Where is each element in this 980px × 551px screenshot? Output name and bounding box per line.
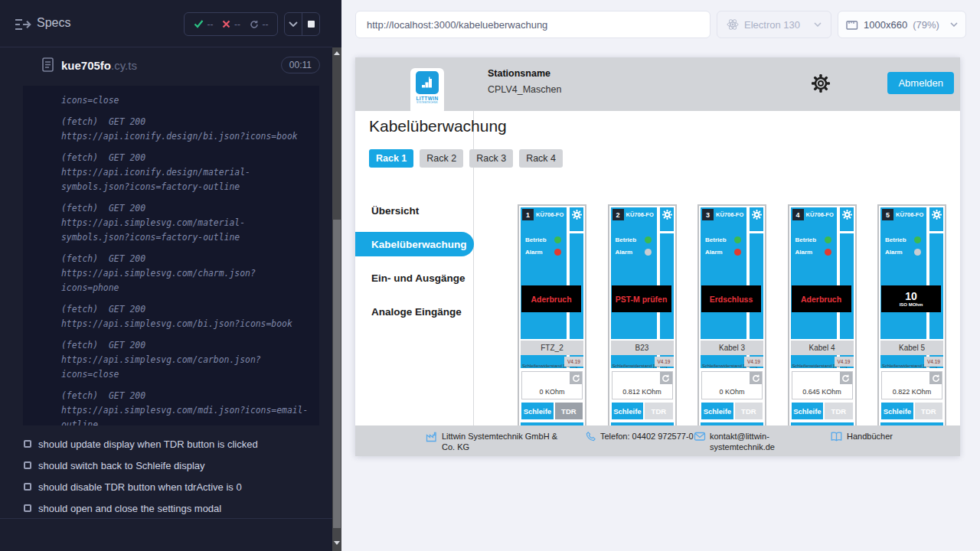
- stat-passed: --: [194, 19, 214, 30]
- tdr-button[interactable]: TDR: [825, 403, 852, 419]
- device-card-4: 4 KÜ706-FO Betrieb Alarm Aderbruch Ka: [788, 204, 857, 442]
- alarm-led: Alarm: [525, 248, 565, 256]
- factory-icon: [426, 431, 438, 442]
- refresh-button[interactable]: [570, 372, 582, 384]
- card-settings-gear-icon[interactable]: [662, 209, 672, 223]
- logout-button[interactable]: Abmelden: [887, 72, 954, 94]
- footer-email[interactable]: kontakt@littwin-systemtechnik.de: [694, 431, 790, 452]
- specs-panel-icon[interactable]: [14, 18, 32, 34]
- nav-item-ein-und-ausgaenge[interactable]: Ein- und Ausgänge: [355, 266, 474, 290]
- test-pending-icon: [24, 504, 31, 512]
- alarm-led: Alarm: [795, 248, 835, 256]
- scrollbar-thumb[interactable]: [333, 220, 341, 528]
- tab-rack-2[interactable]: Rack 2: [420, 149, 463, 168]
- phone-icon: [585, 431, 596, 442]
- pending-restart-icon: [250, 20, 259, 29]
- device-cards: 1 KÜ706-FO Betrieb Alarm Aderbruch FT: [518, 204, 946, 442]
- network-log[interactable]: icons=close (fetch)GET 200 https://api.i…: [23, 86, 319, 425]
- collapse-chevron-button[interactable]: [285, 13, 302, 35]
- card-number: 2: [612, 209, 624, 220]
- card-settings-gear-icon[interactable]: [932, 209, 942, 223]
- schleife-button[interactable]: Schleife: [612, 403, 644, 419]
- test-item[interactable]: should switch back to Schleife display: [0, 455, 332, 476]
- url-input[interactable]: [355, 11, 710, 38]
- test-item[interactable]: should disable TDR button when tdrActive…: [0, 476, 332, 497]
- scroll-down-icon[interactable]: [334, 541, 340, 545]
- card-body: 2 KÜ706-FO Betrieb Alarm: [611, 207, 657, 339]
- refresh-button[interactable]: [750, 372, 762, 384]
- card-side-top: [660, 207, 674, 231]
- refresh-button[interactable]: [840, 372, 852, 384]
- nav-item-uebersicht[interactable]: Übersicht: [355, 198, 474, 223]
- tdr-button[interactable]: TDR: [645, 403, 672, 419]
- littwin-logo-icon: [416, 71, 439, 94]
- refresh-button[interactable]: [929, 372, 942, 384]
- tab-rack-3[interactable]: Rack 3: [469, 149, 513, 168]
- spec-row[interactable]: kue705fo.cy.ts 00:11: [0, 48, 332, 83]
- chevron-down-icon: [814, 22, 822, 27]
- settings-gear-icon[interactable]: [812, 74, 830, 96]
- electron-icon: [727, 18, 739, 31]
- card-body: 1 KÜ706-FO Betrieb Alarm: [521, 207, 567, 339]
- stop-button[interactable]: [302, 13, 319, 35]
- log-entry: icons=close: [61, 93, 312, 108]
- alarm-led: Alarm: [705, 248, 745, 256]
- refresh-icon: [572, 374, 580, 383]
- scroll-up-icon[interactable]: [334, 51, 340, 55]
- station-info: Stationsname CPLV4_Maschen: [488, 68, 561, 95]
- meter-display: 0.645 KOhm: [792, 371, 853, 399]
- schleife-button[interactable]: Schleife: [701, 403, 733, 419]
- chevron-down-icon: [950, 22, 958, 27]
- tab-rack-1[interactable]: Rack 1: [369, 149, 413, 168]
- status-display: Aderbruch: [792, 285, 851, 312]
- card-model: KÜ706-FO: [536, 211, 564, 218]
- test-item[interactable]: should update display when TDR button is…: [0, 433, 332, 455]
- footer-manuals[interactable]: Handbücher: [830, 431, 922, 442]
- runner-controls: [284, 12, 320, 36]
- tdr-button[interactable]: TDR: [735, 403, 763, 419]
- log-entry: (fetch)GET 200 https://api.simplesvg.com…: [61, 252, 312, 295]
- nav-item-analoge-eingaenge[interactable]: Analoge Eingänge: [355, 299, 474, 324]
- tdr-button[interactable]: TDR: [555, 403, 583, 419]
- scrollbar-track[interactable]: [332, 47, 341, 551]
- alarm-led: Alarm: [616, 248, 655, 256]
- log-entry: (fetch)GET 200 https://api.simplesvg.com…: [61, 302, 312, 331]
- schleife-button[interactable]: Schleife: [521, 403, 554, 419]
- device-card-1: 1 KÜ706-FO Betrieb Alarm Aderbruch FT: [518, 204, 586, 442]
- meter-value: 0 KOhm: [702, 388, 762, 396]
- card-side-top: [570, 207, 583, 231]
- card-model: KÜ706-FO: [806, 211, 834, 218]
- cypress-sidebar: Specs -- -- --: [0, 0, 332, 551]
- log-entry: (fetch)GET 200 https://api.simplesvg.com…: [61, 338, 312, 382]
- meter-value: 0.812 KOhm: [612, 388, 672, 396]
- card-model: KÜ706-FO: [626, 211, 654, 218]
- browser-select[interactable]: Electron 130: [717, 11, 831, 38]
- schleife-button[interactable]: Schleife: [881, 403, 913, 419]
- refresh-button[interactable]: [660, 372, 672, 384]
- refresh-icon: [841, 374, 850, 383]
- card-settings-gear-icon[interactable]: [752, 209, 762, 223]
- littwin-logo: LITTWIN SYSTEMTECHNIK: [410, 68, 444, 115]
- reporter-scrollbar[interactable]: [332, 0, 341, 551]
- test-item[interactable]: should open and close the settings modal: [0, 497, 332, 519]
- spec-file-icon: [42, 57, 54, 75]
- test-pending-icon: [24, 461, 31, 469]
- status-display: Erdschluss: [701, 285, 761, 312]
- schleife-button[interactable]: Schleife: [792, 403, 824, 419]
- divider: [0, 518, 332, 519]
- card-settings-gear-icon[interactable]: [842, 209, 852, 223]
- betrieb-led: Betrieb: [795, 236, 835, 244]
- card-settings-gear-icon[interactable]: [572, 209, 582, 223]
- alarm-led-dot: [645, 249, 652, 256]
- tdr-button[interactable]: TDR: [915, 403, 942, 419]
- sidebar-header: Specs -- -- --: [0, 0, 332, 47]
- stop-icon: [308, 21, 315, 28]
- spec-extension: .cy.ts: [111, 59, 137, 72]
- tab-rack-4[interactable]: Rack 4: [519, 149, 563, 168]
- viewport-select[interactable]: 1000x660 (79%): [838, 11, 966, 38]
- cable-name: Kabel 5: [880, 341, 943, 355]
- betrieb-led-dot: [914, 236, 921, 243]
- card-body: 5 KÜ706-FO Betrieb Alarm: [880, 207, 926, 339]
- nav-item-kabelueberwachung[interactable]: Kabelüberwachung: [355, 232, 474, 256]
- firmware-version: V4.19: [924, 357, 943, 367]
